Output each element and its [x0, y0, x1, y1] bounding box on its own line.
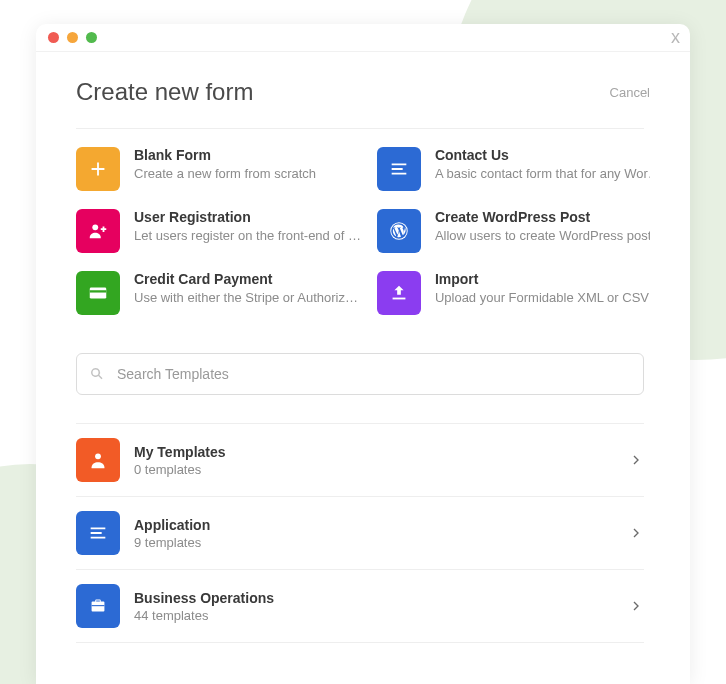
credit-card-option[interactable]: Credit Card Payment Use with either the …: [76, 271, 361, 315]
wordpress-icon: [377, 209, 421, 253]
chevron-right-icon: [628, 452, 644, 468]
starter-title: Import: [435, 271, 650, 287]
starter-desc: Use with either the Stripe or Authoriz…: [134, 290, 361, 305]
svg-rect-2: [90, 288, 107, 299]
category-title: My Templates: [134, 444, 614, 460]
svg-point-4: [95, 453, 101, 459]
maximize-dot[interactable]: [86, 32, 97, 43]
modal-header: Create new form Cancel: [76, 78, 650, 106]
starter-title: Contact Us: [435, 147, 650, 163]
category-sub: 44 templates: [134, 608, 614, 623]
category-business-operations[interactable]: Business Operations 44 templates: [76, 570, 644, 643]
contact-us-option[interactable]: Contact Us A basic contact form that for…: [377, 147, 650, 191]
close-dot[interactable]: [48, 32, 59, 43]
starter-templates: Blank Form Create a new form from scratc…: [76, 147, 644, 315]
starter-desc: A basic contact form that for any Wor…: [435, 166, 650, 181]
import-option[interactable]: Import Upload your Formidable XML or CSV…: [377, 271, 650, 315]
user-icon: [76, 438, 120, 482]
chevron-right-icon: [628, 598, 644, 614]
starter-title: Blank Form: [134, 147, 361, 163]
category-sub: 9 templates: [134, 535, 614, 550]
starter-desc: Allow users to create WordPress post…: [435, 228, 650, 243]
starter-title: Create WordPress Post: [435, 209, 650, 225]
svg-rect-5: [92, 605, 105, 606]
svg-point-0: [92, 224, 98, 230]
chevron-right-icon: [628, 525, 644, 541]
window-x-icon[interactable]: x: [671, 28, 680, 46]
starter-desc: Upload your Formidable XML or CSV …: [435, 290, 650, 305]
blank-form-option[interactable]: Blank Form Create a new form from scratc…: [76, 147, 361, 191]
category-title: Business Operations: [134, 590, 614, 606]
titlebar: x: [36, 24, 690, 52]
traffic-lights: [48, 32, 97, 43]
briefcase-icon: [76, 584, 120, 628]
starter-title: User Registration: [134, 209, 361, 225]
user-plus-icon: [76, 209, 120, 253]
user-registration-option[interactable]: User Registration Let users register on …: [76, 209, 361, 253]
lines-icon: [76, 511, 120, 555]
category-my-templates[interactable]: My Templates 0 templates: [76, 423, 644, 497]
category-list: My Templates 0 templates Application 9 t…: [76, 423, 644, 643]
divider: [76, 128, 644, 129]
lines-icon: [377, 147, 421, 191]
svg-rect-3: [90, 290, 107, 292]
category-sub: 0 templates: [134, 462, 614, 477]
starter-desc: Create a new form from scratch: [134, 166, 361, 181]
upload-icon: [377, 271, 421, 315]
search-input[interactable]: [76, 353, 644, 395]
search-wrap: [76, 353, 644, 395]
card-icon: [76, 271, 120, 315]
search-icon: [88, 365, 106, 383]
starter-desc: Let users register on the front-end of …: [134, 228, 361, 243]
cancel-button[interactable]: Cancel: [610, 85, 650, 100]
wordpress-post-option[interactable]: Create WordPress Post Allow users to cre…: [377, 209, 650, 253]
category-application[interactable]: Application 9 templates: [76, 497, 644, 570]
starter-title: Credit Card Payment: [134, 271, 361, 287]
modal-content: Create new form Cancel Blank Form Create…: [36, 52, 690, 684]
minimize-dot[interactable]: [67, 32, 78, 43]
modal-window: x Create new form Cancel Blank Form Crea…: [36, 24, 690, 684]
scroll-area[interactable]: Blank Form Create a new form from scratc…: [76, 128, 650, 684]
plus-icon: [76, 147, 120, 191]
page-title: Create new form: [76, 78, 253, 106]
category-title: Application: [134, 517, 614, 533]
